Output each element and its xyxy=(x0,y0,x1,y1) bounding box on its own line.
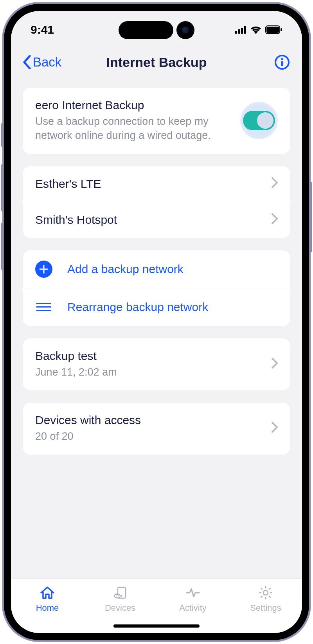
backup-test-time: June 11, 2:02 am xyxy=(35,365,264,379)
add-network-button[interactable]: Add a backup network xyxy=(23,250,290,288)
devices-access-row[interactable]: Devices with access 20 of 20 xyxy=(23,403,290,454)
network-name: Esther's LTE xyxy=(35,177,101,191)
cellular-icon xyxy=(235,26,246,34)
settings-icon xyxy=(258,586,273,600)
page-title: Internet Backup xyxy=(106,55,207,70)
rearrange-button[interactable]: Rearrange backup network xyxy=(23,288,290,326)
svg-rect-9 xyxy=(281,61,283,66)
svg-point-18 xyxy=(263,590,268,595)
svg-point-8 xyxy=(281,58,283,60)
home-icon xyxy=(40,586,55,600)
backup-test-row[interactable]: Backup test June 11, 2:02 am xyxy=(23,338,290,390)
svg-rect-6 xyxy=(281,28,282,31)
side-button xyxy=(1,223,4,270)
rearrange-label: Rearrange backup network xyxy=(67,300,208,314)
status-time: 9:41 xyxy=(31,23,54,36)
devices-icon xyxy=(112,586,128,600)
svg-point-17 xyxy=(118,595,119,596)
tab-label: Home xyxy=(36,603,59,613)
tab-home[interactable]: Home xyxy=(11,586,84,613)
screen: 9:41 Back Internet Backup xyxy=(11,11,302,633)
dynamic-island xyxy=(119,21,194,39)
activity-icon xyxy=(185,586,201,600)
back-label: Back xyxy=(33,55,61,70)
wifi-icon xyxy=(250,25,261,34)
home-indicator[interactable] xyxy=(113,624,200,628)
network-item[interactable]: Smith's Hotspot xyxy=(23,202,290,238)
devices-access-title: Devices with access xyxy=(35,414,264,427)
reorder-icon xyxy=(35,299,52,316)
svg-rect-0 xyxy=(235,31,237,34)
network-item[interactable]: Esther's LTE xyxy=(23,166,290,202)
actions-card: Add a backup network Rearrange backup ne… xyxy=(23,250,290,326)
tab-label: Activity xyxy=(179,603,207,613)
nav-header: Back Internet Backup xyxy=(11,49,302,76)
side-button xyxy=(309,182,312,252)
back-button[interactable]: Back xyxy=(23,55,61,70)
tab-settings[interactable]: Settings xyxy=(229,586,302,613)
backup-test-title: Backup test xyxy=(35,349,264,363)
svg-rect-3 xyxy=(244,26,246,34)
devices-access-card: Devices with access 20 of 20 xyxy=(23,403,290,454)
feature-subtitle: Use a backup connection to keep my netwo… xyxy=(35,114,232,143)
feature-card: eero Internet Backup Use a backup connec… xyxy=(23,88,290,154)
chevron-right-icon xyxy=(272,213,278,227)
feature-toggle[interactable] xyxy=(240,102,278,139)
devices-access-count: 20 of 20 xyxy=(35,429,264,443)
battery-icon xyxy=(265,25,282,34)
tab-devices[interactable]: Devices xyxy=(84,586,156,613)
plus-icon xyxy=(35,261,52,278)
network-name: Smith's Hotspot xyxy=(35,213,117,227)
networks-list: Esther's LTE Smith's Hotspot xyxy=(23,166,290,238)
feature-title: eero Internet Backup xyxy=(35,99,232,112)
tab-label: Devices xyxy=(105,603,135,613)
info-icon xyxy=(274,54,290,70)
chevron-right-icon xyxy=(272,422,278,435)
svg-rect-1 xyxy=(238,29,240,34)
content-area: eero Internet Backup Use a backup connec… xyxy=(11,76,302,578)
svg-rect-5 xyxy=(266,27,279,33)
svg-point-11 xyxy=(121,595,122,597)
tab-activity[interactable]: Activity xyxy=(156,586,229,613)
info-button[interactable] xyxy=(274,54,290,70)
side-button xyxy=(1,123,4,147)
svg-rect-2 xyxy=(241,28,243,34)
side-button xyxy=(1,164,4,211)
svg-rect-15 xyxy=(115,594,120,598)
tab-label: Settings xyxy=(250,603,281,613)
chevron-right-icon xyxy=(272,177,278,191)
chevron-right-icon xyxy=(272,358,278,371)
backup-test-card: Backup test June 11, 2:02 am xyxy=(23,338,290,390)
chevron-left-icon xyxy=(23,55,31,69)
svg-point-16 xyxy=(116,595,117,596)
phone-frame: 9:41 Back Internet Backup xyxy=(4,4,309,640)
add-network-label: Add a backup network xyxy=(67,263,183,276)
